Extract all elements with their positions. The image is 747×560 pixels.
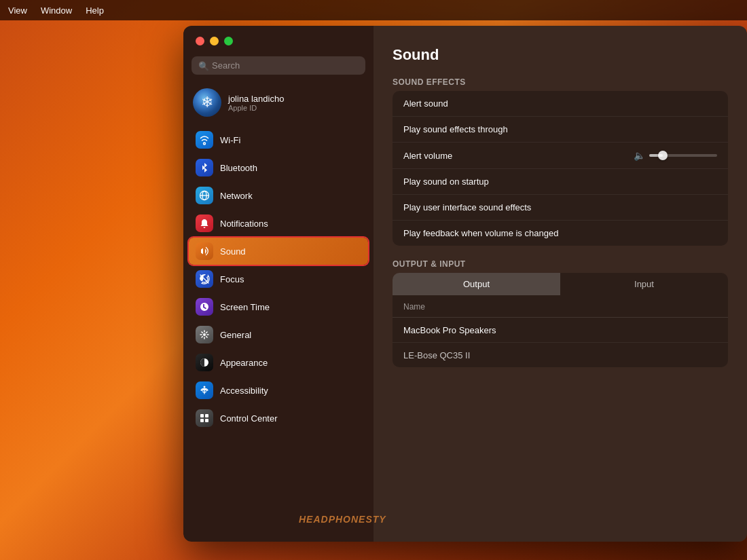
avatar-image: ❄ xyxy=(201,94,213,111)
user-profile[interactable]: ❄ jolina landicho Apple ID xyxy=(183,84,374,126)
menubar: View Window Help xyxy=(0,0,747,20)
sidebar-item-sound[interactable]: Sound xyxy=(189,238,368,265)
user-info: jolina landicho Apple ID xyxy=(228,94,364,112)
sidebar-item-bluetooth[interactable]: Bluetooth xyxy=(189,154,368,181)
main-content: Sound Sound Effects Alert sound Play sou… xyxy=(374,26,747,542)
sidebar-item-label-wifi: Wi-Fi xyxy=(220,135,240,145)
table-header-name: Name xyxy=(403,302,425,312)
output-table: Name MacBook Pro Speakers LE-Bose QC35 I… xyxy=(393,295,728,367)
sidebar-item-accessibility[interactable]: Accessibility xyxy=(189,377,368,404)
wifi-icon xyxy=(196,131,213,149)
sidebar-item-label-focus: Focus xyxy=(220,274,244,284)
sidebar-item-general[interactable]: General xyxy=(189,321,368,348)
input-tab[interactable]: Input xyxy=(560,273,728,295)
svg-point-5 xyxy=(204,386,206,388)
appearance-icon xyxy=(196,354,213,371)
svg-point-3 xyxy=(203,333,206,336)
close-button[interactable] xyxy=(196,37,204,45)
search-bar[interactable]: 🔍 Search xyxy=(192,56,365,75)
volume-low-icon: 🔈 xyxy=(634,150,645,161)
controlcenter-icon xyxy=(196,409,213,427)
sidebar-item-label-screentime: Screen Time xyxy=(220,302,270,312)
output-input-section-label: Output & Input xyxy=(393,259,728,269)
menu-view[interactable]: View xyxy=(8,5,27,16)
sidebar-item-appearance[interactable]: Appearance xyxy=(189,349,368,376)
ui-sound-label: Play user interface sound effects xyxy=(403,202,531,212)
svg-rect-6 xyxy=(200,414,204,417)
table-cell-bose: LE-Bose QC35 II xyxy=(403,350,470,360)
volume-slider-track[interactable] xyxy=(649,154,717,157)
accessibility-icon xyxy=(196,381,213,399)
screentime-icon xyxy=(196,298,213,316)
user-name: jolina landicho xyxy=(228,94,364,104)
alert-sound-label: Alert sound xyxy=(403,98,448,109)
user-subtitle: Apple ID xyxy=(228,104,364,112)
ui-sound-row[interactable]: Play user interface sound effects xyxy=(393,195,728,221)
alert-volume-row[interactable]: Alert volume 🔈 xyxy=(393,143,728,169)
play-through-label: Play sound effects through xyxy=(403,124,508,134)
sidebar-item-label-notifications: Notifications xyxy=(220,219,268,229)
sidebar-item-label-general: General xyxy=(220,330,251,340)
sidebar-item-controlcenter[interactable]: Control Center xyxy=(189,405,368,432)
sidebar-items-list: Wi-Fi Bluetooth Network Notifications xyxy=(183,126,374,542)
alert-sound-row[interactable]: Alert sound xyxy=(393,91,728,117)
minimize-button[interactable] xyxy=(210,37,219,45)
output-tab[interactable]: Output xyxy=(393,273,560,295)
sound-effects-section-label: Sound Effects xyxy=(393,77,728,87)
sidebar-item-label-controlcenter: Control Center xyxy=(220,413,278,424)
general-icon xyxy=(196,326,213,343)
sound-effects-group: Alert sound Play sound effects through A… xyxy=(393,91,728,246)
sidebar-item-notifications[interactable]: Notifications xyxy=(189,210,368,237)
volume-slider-thumb[interactable] xyxy=(658,151,668,160)
table-row[interactable]: LE-Bose QC35 II xyxy=(393,343,728,367)
volume-slider-container[interactable]: 🔈 xyxy=(634,150,717,161)
notifications-icon xyxy=(196,214,213,232)
system-preferences-window: 🔍 Search ❄ jolina landicho Apple ID Wi-F… xyxy=(183,26,747,542)
svg-rect-9 xyxy=(205,419,208,422)
table-header: Name xyxy=(393,295,728,318)
page-title: Sound xyxy=(393,46,728,64)
sidebar-item-network[interactable]: Network xyxy=(189,182,368,209)
svg-rect-8 xyxy=(200,419,204,422)
sidebar-item-label-sound: Sound xyxy=(220,246,246,257)
bluetooth-icon xyxy=(196,159,213,176)
avatar: ❄ xyxy=(193,88,221,117)
sidebar-item-screentime[interactable]: Screen Time xyxy=(189,293,368,320)
sidebar-item-wifi[interactable]: Wi-Fi xyxy=(189,126,368,153)
startup-sound-row[interactable]: Play sound on startup xyxy=(393,169,728,195)
network-icon xyxy=(196,187,213,204)
maximize-button[interactable] xyxy=(224,37,233,45)
sidebar-item-label-appearance: Appearance xyxy=(220,358,268,368)
menu-help[interactable]: Help xyxy=(86,5,104,16)
sound-icon xyxy=(196,242,213,260)
sidebar: 🔍 Search ❄ jolina landicho Apple ID Wi-F… xyxy=(183,26,374,542)
feedback-row[interactable]: Play feedback when volume is changed xyxy=(393,221,728,246)
play-through-row[interactable]: Play sound effects through xyxy=(393,117,728,143)
menu-window[interactable]: Window xyxy=(41,5,72,16)
sidebar-item-label-network: Network xyxy=(220,191,253,201)
search-placeholder: Search xyxy=(212,60,240,71)
search-icon: 🔍 xyxy=(198,61,208,71)
focus-icon xyxy=(196,270,213,288)
svg-rect-7 xyxy=(205,414,208,417)
sidebar-item-label-accessibility: Accessibility xyxy=(220,386,268,396)
sidebar-item-label-bluetooth: Bluetooth xyxy=(220,163,257,173)
sidebar-item-focus[interactable]: Focus xyxy=(189,265,368,293)
table-row[interactable]: MacBook Pro Speakers xyxy=(393,318,728,343)
alert-volume-label: Alert volume xyxy=(403,151,452,161)
feedback-label: Play feedback when volume is changed xyxy=(403,228,558,238)
output-input-tabs: Output Input xyxy=(393,273,728,295)
table-cell-macbook: MacBook Pro Speakers xyxy=(403,325,496,335)
traffic-lights xyxy=(183,26,374,54)
startup-sound-label: Play sound on startup xyxy=(403,176,489,187)
